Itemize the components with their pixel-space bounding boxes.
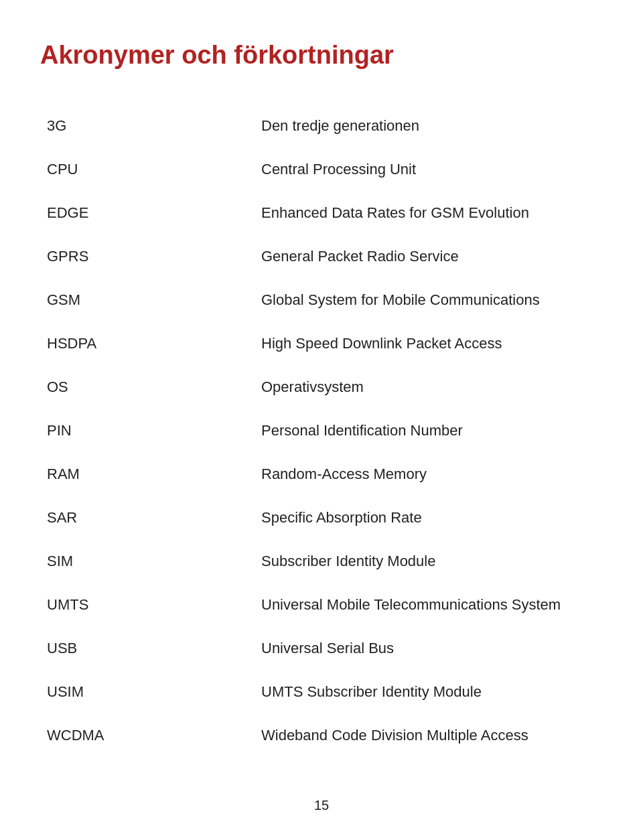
- acronym-definition: Personal Identification Number: [234, 409, 603, 453]
- acronym-definition: Universal Serial Bus: [234, 627, 603, 671]
- acronym-definition: Universal Mobile Telecommunications Syst…: [234, 583, 603, 627]
- table-row: UMTSUniversal Mobile Telecommunications …: [40, 583, 603, 627]
- table-row: SARSpecific Absorption Rate: [40, 496, 603, 540]
- table-row: HSDPAHigh Speed Downlink Packet Access: [40, 322, 603, 366]
- table-row: WCDMAWideband Code Division Multiple Acc…: [40, 714, 603, 758]
- table-row: CPUCentral Processing Unit: [40, 148, 603, 192]
- acronym-abbr: SIM: [40, 540, 234, 583]
- acronym-definition: Enhanced Data Rates for GSM Evolution: [234, 192, 603, 235]
- acronym-abbr: UMTS: [40, 583, 234, 627]
- acronym-definition: Den tredje generationen: [234, 104, 603, 148]
- table-row: SIMSubscriber Identity Module: [40, 540, 603, 583]
- page-footer: 15: [0, 798, 643, 813]
- acronym-definition: Global System for Mobile Communications: [234, 279, 603, 322]
- acronym-abbr: GPRS: [40, 235, 234, 279]
- table-row: PINPersonal Identification Number: [40, 409, 603, 453]
- acronym-definition: High Speed Downlink Packet Access: [234, 322, 603, 366]
- acronym-table: 3GDen tredje generationenCPUCentral Proc…: [40, 104, 603, 758]
- acronym-abbr: 3G: [40, 104, 234, 148]
- acronym-definition: Subscriber Identity Module: [234, 540, 603, 583]
- page-container: Akronymer och förkortningar 3GDen tredje…: [0, 0, 643, 811]
- table-row: EDGEEnhanced Data Rates for GSM Evolutio…: [40, 192, 603, 235]
- table-row: OSOperativsystem: [40, 366, 603, 409]
- acronym-definition: Specific Absorption Rate: [234, 496, 603, 540]
- acronym-abbr: HSDPA: [40, 322, 234, 366]
- acronym-abbr: PIN: [40, 409, 234, 453]
- table-row: USIMUMTS Subscriber Identity Module: [40, 671, 603, 714]
- acronym-abbr: SAR: [40, 496, 234, 540]
- acronym-abbr: EDGE: [40, 192, 234, 235]
- table-row: 3GDen tredje generationen: [40, 104, 603, 148]
- acronym-abbr: RAM: [40, 453, 234, 496]
- acronym-definition: Operativsystem: [234, 366, 603, 409]
- acronym-definition: Random-Access Memory: [234, 453, 603, 496]
- acronym-definition: UMTS Subscriber Identity Module: [234, 671, 603, 714]
- acronym-abbr: USIM: [40, 671, 234, 714]
- table-row: RAMRandom-Access Memory: [40, 453, 603, 496]
- page-number: 15: [314, 798, 329, 813]
- table-row: USBUniversal Serial Bus: [40, 627, 603, 671]
- table-row: GSMGlobal System for Mobile Communicatio…: [40, 279, 603, 322]
- table-row: GPRSGeneral Packet Radio Service: [40, 235, 603, 279]
- acronym-definition: General Packet Radio Service: [234, 235, 603, 279]
- acronym-abbr: GSM: [40, 279, 234, 322]
- acronym-definition: Central Processing Unit: [234, 148, 603, 192]
- acronym-abbr: OS: [40, 366, 234, 409]
- acronym-abbr: CPU: [40, 148, 234, 192]
- acronym-definition: Wideband Code Division Multiple Access: [234, 714, 603, 758]
- page-title: Akronymer och förkortningar: [40, 40, 603, 71]
- acronym-abbr: USB: [40, 627, 234, 671]
- acronym-abbr: WCDMA: [40, 714, 234, 758]
